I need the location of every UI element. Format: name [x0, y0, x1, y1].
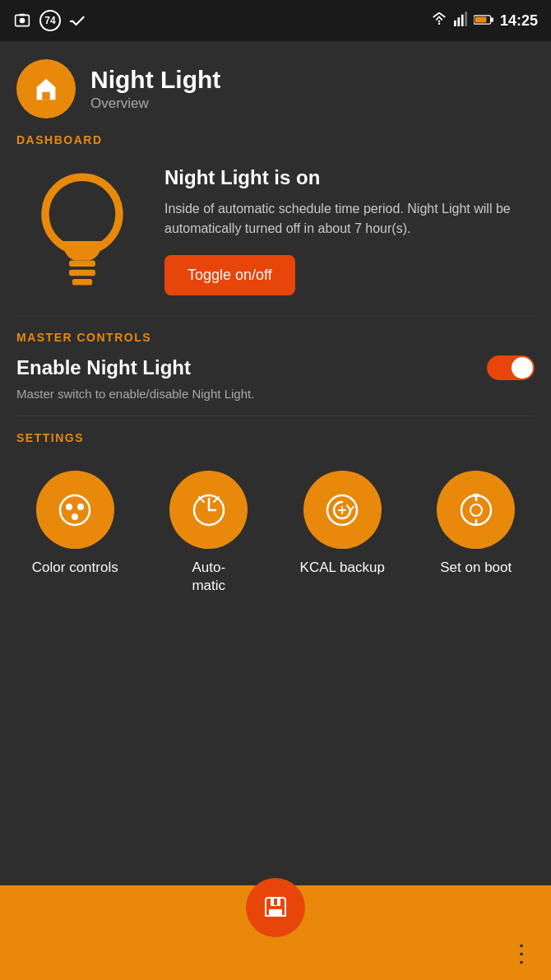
- app-icon: [16, 59, 76, 118]
- svg-point-12: [45, 177, 119, 251]
- master-controls-label: MASTER CONTROLS: [16, 331, 535, 344]
- svg-point-29: [470, 504, 482, 516]
- svg-point-1: [20, 18, 25, 24]
- divider-1: [16, 315, 535, 316]
- app-header: Night Light Overview: [0, 41, 551, 133]
- master-controls-section: MASTER CONTROLS Enable Night Light Maste…: [0, 331, 551, 416]
- master-controls-desc: Master switch to enable/disable Night Li…: [16, 387, 535, 416]
- kcal-backup-label: KCAL backup: [300, 559, 385, 577]
- svg-rect-13: [69, 261, 95, 267]
- check-icon: [69, 12, 87, 30]
- photo-icon: [13, 12, 31, 30]
- svg-point-17: [66, 504, 72, 510]
- night-light-description: Inside of automatic schedule time period…: [164, 199, 535, 239]
- night-light-status: Night Light is on: [164, 166, 535, 189]
- automatic-label: Auto-matic: [192, 559, 225, 595]
- toggle-knob: [512, 357, 533, 379]
- settings-item-color-controls[interactable]: Color controls: [21, 471, 128, 577]
- svg-rect-35: [269, 909, 282, 916]
- automatic-icon-circle[interactable]: [169, 471, 248, 549]
- bulb-icon: [16, 160, 148, 291]
- enable-toggle[interactable]: [487, 355, 535, 380]
- time-display: 14:25: [500, 12, 538, 30]
- wifi-icon: [431, 12, 447, 30]
- battery-icon: [474, 12, 493, 30]
- toggle-button[interactable]: Toggle on/off: [164, 255, 295, 295]
- status-right-icons: 14:25: [431, 12, 538, 30]
- color-controls-label: Color controls: [32, 559, 118, 577]
- svg-rect-9: [491, 17, 493, 21]
- settings-section: SETTINGS Color controls: [0, 431, 551, 595]
- dashboard-content: Night Light is on Inside of automatic sc…: [0, 160, 551, 295]
- signal-icon: [454, 12, 467, 30]
- svg-rect-10: [475, 16, 487, 22]
- settings-label: SETTINGS: [0, 431, 551, 444]
- kcal-backup-icon-circle[interactable]: [303, 471, 382, 549]
- set-on-boot-icon-circle[interactable]: [437, 471, 515, 549]
- svg-rect-34: [274, 899, 277, 905]
- set-on-boot-label: Set on boot: [440, 559, 512, 577]
- svg-rect-15: [72, 279, 92, 286]
- svg-rect-2: [20, 14, 25, 16]
- status-left-icons: 74: [13, 10, 87, 31]
- settings-item-set-on-boot[interactable]: Set on boot: [423, 471, 530, 577]
- svg-rect-32: [473, 494, 479, 497]
- color-controls-icon-circle[interactable]: [36, 471, 114, 549]
- settings-item-automatic[interactable]: Auto-matic: [155, 471, 262, 595]
- svg-point-16: [60, 495, 90, 525]
- status-bar: 74: [0, 0, 551, 41]
- svg-rect-4: [454, 20, 456, 26]
- svg-point-18: [77, 504, 84, 510]
- dashboard-info: Night Light is on Inside of automatic sc…: [164, 160, 535, 295]
- dashboard-section: DASHBOARD Night Light is on Inside of au…: [0, 133, 551, 295]
- svg-rect-14: [69, 270, 95, 276]
- dashboard-label: DASHBOARD: [0, 133, 551, 146]
- svg-rect-5: [457, 17, 460, 26]
- app-subtitle: Overview: [90, 95, 220, 112]
- master-controls-row: Enable Night Light: [16, 355, 535, 380]
- fab-save-button[interactable]: [246, 878, 305, 937]
- svg-rect-7: [465, 12, 467, 26]
- svg-point-3: [438, 22, 441, 25]
- settings-item-kcal-backup[interactable]: KCAL backup: [289, 471, 396, 577]
- svg-rect-11: [42, 92, 50, 100]
- divider-2: [16, 416, 535, 416]
- more-menu-button[interactable]: ⋮: [510, 942, 535, 965]
- header-text: Night Light Overview: [90, 66, 220, 112]
- notif-badge: 74: [39, 10, 61, 31]
- master-controls-title: Enable Night Light: [16, 356, 191, 379]
- svg-point-19: [72, 513, 78, 520]
- app-title: Night Light: [90, 66, 220, 94]
- svg-rect-6: [461, 14, 464, 26]
- settings-icons-row: Color controls Auto-matic: [0, 457, 551, 595]
